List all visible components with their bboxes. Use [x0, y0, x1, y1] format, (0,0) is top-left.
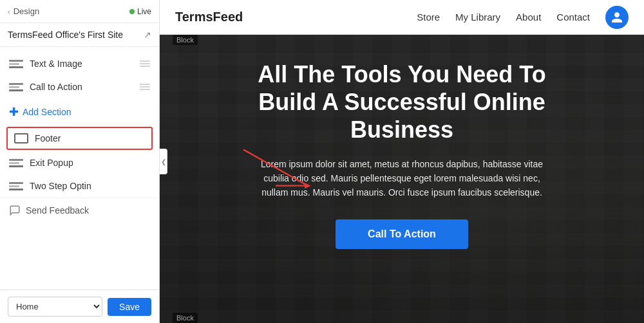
nav-link-store[interactable]: Store [417, 12, 440, 23]
site-row: TermsFeed Office's First Site ↗ [0, 23, 159, 47]
footer-label: Footer [35, 133, 61, 143]
sidebar-top-bar: ‹ Design Live [0, 0, 159, 23]
website-frame: TermsFeed Store My Library About Contact… [160, 0, 644, 323]
add-icon: ✚ [9, 105, 19, 119]
nav-link-about[interactable]: About [516, 12, 541, 23]
sidebar-items-list: Text & Image Call to Action [0, 47, 159, 290]
sidebar-item-text-image[interactable]: Text & Image [0, 52, 159, 75]
call-to-action-label: Call to Action [30, 82, 82, 92]
sidebar-item-footer[interactable]: Footer [6, 127, 153, 150]
main-area: ❮ TermsFeed Store My Library About Conta… [160, 0, 644, 323]
nav-link-contact[interactable]: Contact [556, 12, 590, 23]
drag-handle [140, 60, 150, 67]
footer-icon [14, 133, 28, 143]
block-label-top: Block [173, 35, 198, 45]
live-dot [129, 9, 135, 14]
page-select[interactable]: Home About Contact [8, 297, 102, 317]
website-nav: TermsFeed Store My Library About Contact [160, 0, 644, 35]
sidebar: ‹ Design Live TermsFeed Office's First S… [0, 0, 160, 323]
nav-link-my-library[interactable]: My Library [455, 12, 500, 23]
call-to-action-icon [9, 83, 23, 91]
exit-popup-icon [9, 159, 23, 167]
nav-links: Store My Library About Contact [417, 6, 629, 29]
sidebar-item-two-step[interactable]: Two Step Optin [0, 174, 159, 198]
send-feedback-label: Send Feedback [26, 205, 89, 216]
hero-subtext: Lorem ipsum dolor sit amet, metus at rho… [254, 157, 550, 200]
sidebar-item-call-to-action[interactable]: Call to Action [0, 75, 159, 98]
add-section-button[interactable]: ✚ Add Section [0, 98, 159, 125]
sidebar-item-exit-popup[interactable]: Exit Popup [0, 151, 159, 174]
hero-headline: All The Tools You Need To Build A Succes… [254, 60, 550, 144]
save-button[interactable]: Save [108, 298, 151, 316]
sidebar-footer: Home About Contact Save [0, 290, 159, 323]
avatar-icon [611, 11, 623, 24]
drag-handle-cta [140, 84, 150, 90]
collapse-handle[interactable]: ❮ [160, 149, 167, 174]
send-feedback-button[interactable]: Send Feedback [0, 198, 159, 223]
live-badge: Live [129, 7, 151, 16]
text-image-icon [9, 60, 23, 68]
two-step-icon [9, 182, 23, 190]
cta-button[interactable]: Call To Action [336, 219, 468, 249]
exit-popup-label: Exit Popup [30, 158, 73, 168]
live-label: Live [137, 7, 151, 16]
block-label-bottom: Block [173, 313, 198, 323]
nav-avatar[interactable] [605, 6, 629, 29]
site-name: TermsFeed Office's First Site [8, 30, 123, 40]
add-section-label: Add Section [23, 107, 71, 117]
text-image-label: Text & Image [30, 59, 82, 69]
design-link[interactable]: ‹ Design [8, 6, 39, 16]
website-logo: TermsFeed [175, 10, 243, 24]
chevron-left-icon: ‹ [8, 8, 10, 15]
design-label: Design [14, 6, 39, 16]
two-step-label: Two Step Optin [30, 181, 91, 191]
external-link-icon[interactable]: ↗ [144, 30, 151, 40]
hero-section: Block All The Tools You Need To Build A … [160, 35, 644, 323]
feedback-icon [9, 205, 21, 216]
hero-content: All The Tools You Need To Build A Succes… [241, 35, 563, 268]
